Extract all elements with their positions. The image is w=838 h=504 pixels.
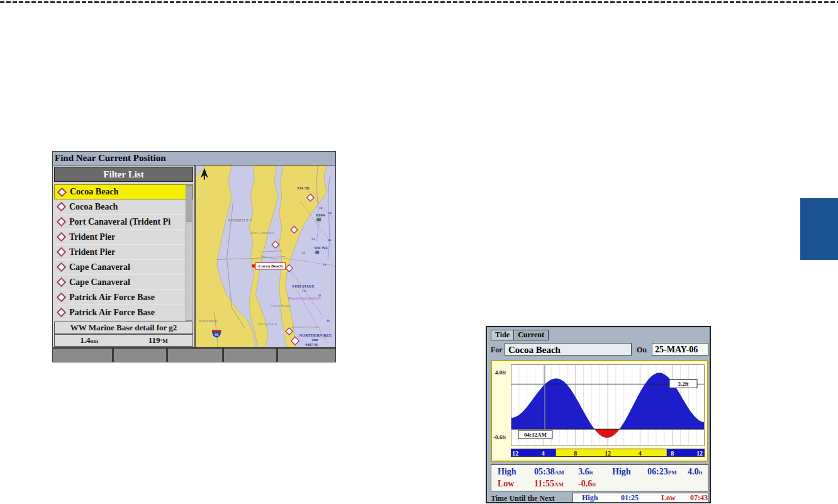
list-item[interactable]: Cape Canaveral: [54, 275, 193, 290]
tide-chart-frame: 4.0ft -0.6ft 3.2ft04:12AM1248124812: [491, 360, 708, 462]
station-date-row: For Cocoa Beach On 25-MAY-06: [487, 343, 710, 357]
list-item-label: Cocoa Beach: [69, 202, 118, 212]
list-item[interactable]: Cocoa Beach: [54, 199, 193, 215]
tab-tide[interactable]: Tide: [491, 330, 514, 340]
waypoint-diamond-icon: [57, 217, 67, 227]
next-high-label: High: [582, 493, 598, 502]
list-item-label: Cocoa Beach: [70, 187, 118, 197]
hour-tick-label: 8: [671, 450, 674, 457]
event-height: -0.6ft: [578, 479, 596, 489]
list-item-label: Cape Canaveral: [69, 277, 130, 288]
event-time: 05:38AM: [534, 467, 564, 477]
map-label-0104: 0104: [316, 213, 325, 217]
hour-tick-label: 4: [639, 450, 642, 457]
map-label-bonaventure: Bonaventure: [199, 319, 218, 323]
on-label: On: [637, 345, 647, 355]
waypoint-diamond-icon: [57, 202, 67, 212]
next-high-time: 01:25: [621, 493, 639, 502]
map-label-chart-code: 9407-M: [305, 343, 318, 347]
softkey-divider: [112, 349, 114, 362]
next-low-label: Low: [661, 493, 676, 502]
softkey-divider: [276, 349, 278, 362]
map-detail-status: WW Marine Base detail for g2: [54, 322, 193, 334]
marine-chart-map: 13 16 51 14 18 41 46 23: [196, 165, 335, 347]
list-item-label: Patrick Air Force Base: [69, 293, 155, 303]
level-label: 3.2ft: [678, 381, 688, 387]
hour-tick-label: 8: [574, 450, 577, 457]
for-label: For: [491, 345, 503, 355]
tide-events-panel: High 05:38AM 3.6ft High 06:23PM 4.0ft Lo…: [491, 464, 708, 491]
svg-text:14: 14: [328, 238, 331, 242]
tide-plot-area: 3.2ft04:12AM1248124812: [511, 364, 705, 457]
event-type: High: [498, 467, 517, 477]
svg-text:Cocoa Beach: Cocoa Beach: [259, 264, 282, 268]
softkey-divider: [166, 349, 168, 362]
hour-tick-label: 12: [696, 450, 703, 457]
list-item[interactable]: Cocoa Beach: [54, 184, 193, 199]
time-until-label: Time Until the Next: [491, 494, 554, 503]
date-field[interactable]: 25-MAY-06: [652, 343, 708, 356]
y-axis-min-label: -0.6ft: [493, 434, 506, 440]
tab-current[interactable]: Current: [514, 330, 549, 340]
list-item-label: Port Canaveral (Trident Pi: [69, 217, 170, 227]
event-type: Low: [498, 479, 514, 489]
event-time: 11:55AM: [534, 479, 564, 489]
softkey-divider: [222, 349, 224, 362]
map-label-patrick-afb: Patrick Air Force Base: [292, 325, 321, 328]
tide-current-tabs: Tide Current: [491, 330, 549, 340]
list-item-label: Patrick Air Force Base: [69, 308, 155, 318]
next-low-time: 07:43: [690, 493, 708, 502]
map-view: 13 16 51 14 18 41 46 23: [196, 165, 335, 347]
svg-text:51: 51: [311, 237, 315, 240]
waypoint-diamond-icon: [57, 293, 67, 303]
event-height: 3.6ft: [578, 467, 593, 477]
list-item[interactable]: Patrick Air Force Base: [54, 290, 193, 305]
map-label-port-canaveral: Port Canaveral: [250, 230, 275, 235]
filter-list-button[interactable]: Filter List: [54, 167, 193, 182]
svg-text:23: 23: [301, 251, 304, 254]
map-label-elevation: 334.5ft: [297, 186, 310, 190]
list-item[interactable]: Trident Pier: [54, 230, 193, 245]
cursor-label: 04:12AM: [524, 432, 547, 438]
list-scrollbar[interactable]: [186, 185, 193, 321]
y-axis-max-label: 4.0ft: [495, 369, 506, 376]
chapter-tab-marker: [800, 198, 838, 260]
day-band: [556, 449, 667, 457]
waypoint-diamond-icon: [57, 232, 67, 242]
svg-text:95: 95: [215, 333, 218, 337]
find-screen-title: Find Near Current Position: [53, 152, 335, 165]
softkey-bar: [53, 347, 335, 362]
scrollbar-thumb[interactable]: [186, 186, 192, 221]
distance-value: 1.4nm: [55, 335, 124, 346]
map-label-disposal-area: Disposal Area Depths fr: [288, 296, 321, 300]
map-label-fish-stake: FISH STAKE: [293, 284, 315, 288]
waypoint-diamond-icon: [57, 187, 67, 197]
map-label-banana-river: BANANA R: [258, 322, 277, 326]
map-label-wreck: WK Wk: [314, 246, 328, 250]
event-time: 06:23PM: [647, 467, 677, 477]
find-list-panel: Filter List Cocoa BeachCocoa BeachPort C…: [53, 165, 196, 347]
time-until-values: High 01:25 Low 07:43: [573, 493, 708, 503]
tide-screen: Tide Current For Cocoa Beach On 25-MAY-0…: [486, 326, 711, 503]
tide-graph: 3.2ft04:12AM1248124812: [511, 364, 705, 457]
event-height: 4.0ft: [688, 467, 703, 477]
list-item[interactable]: Cape Canaveral: [54, 260, 193, 275]
station-field[interactable]: Cocoa Beach: [505, 343, 632, 356]
list-item-label: Trident Pier: [69, 247, 115, 257]
list-item[interactable]: Patrick Air Force Base: [54, 305, 193, 320]
map-label-fish-stake-depth: 1 ft: [301, 289, 306, 293]
svg-text:13: 13: [319, 206, 322, 210]
hour-tick-label: 12: [605, 450, 611, 457]
svg-text:18: 18: [323, 263, 326, 266]
list-item[interactable]: Trident Pier: [54, 245, 193, 260]
page-top-rule: [0, 1, 838, 3]
map-label-cocoa-beach-small: Cocoa Beach: [271, 304, 290, 308]
event-type: High: [612, 467, 631, 477]
list-item[interactable]: Port Canaveral (Trident Pi: [54, 215, 193, 230]
list-item-label: Trident Pier: [69, 232, 115, 242]
waypoint-diamond-icon: [57, 247, 67, 257]
svg-text:46: 46: [327, 319, 330, 322]
hour-tick-label: 4: [542, 450, 545, 457]
map-label-northern-ree: NORTHERN REE: [299, 333, 332, 337]
bearing-value: 119°M: [124, 335, 193, 346]
